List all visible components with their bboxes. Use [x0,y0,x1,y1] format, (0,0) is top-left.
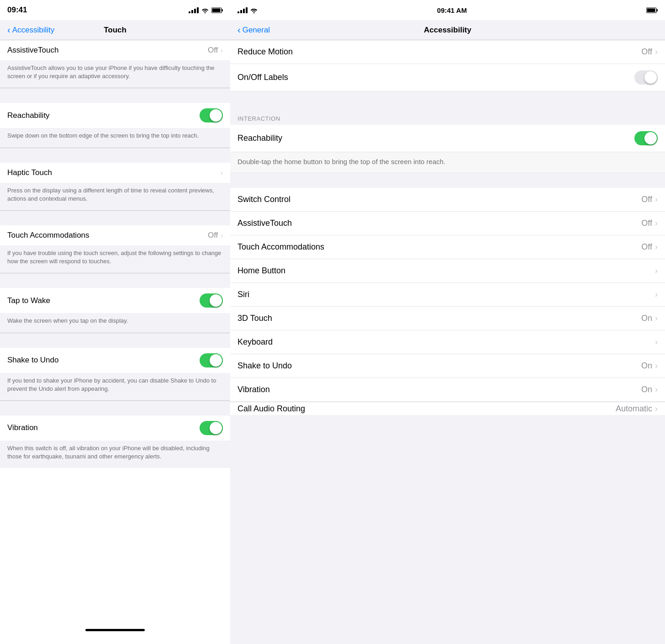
nav-bar-right: ‹ General Accessibility [230,20,665,40]
vibration-item[interactable]: Vibration [0,415,230,441]
right-panel: 09:41 AM ‹ General Accessibility Reduce … [230,0,665,644]
wifi-icon-right [250,7,258,13]
reduce-motion-right: Off › [641,47,658,57]
shake-to-undo-description: If you tend to shake your iPhone by acci… [0,373,230,401]
reduce-motion-value: Off [641,47,652,57]
touch-accommodations-right-right: Off › [641,242,658,252]
home-bar [85,629,145,631]
status-time-right: 09:41 AM [437,6,467,14]
back-button-left[interactable]: ‹ Accessibility [7,25,54,35]
keyboard-item[interactable]: Keyboard › [230,330,665,354]
touch-accommodations-group: Touch Accommodations Off › [0,225,230,245]
touch-accommodations-label: Touch Accommodations [7,231,90,240]
switch-control-label: Switch Control [238,195,290,204]
vibration-chevron-right: › [655,385,658,394]
signal-icon-right [238,7,248,13]
home-button-right: › [655,266,658,276]
nav-bar-left: ‹ Accessibility Touch [0,20,230,40]
shake-to-undo-item[interactable]: Shake to Undo [0,348,230,373]
reachability-label-right: Reachability [238,133,282,143]
vibration-group: Vibration [0,415,230,441]
section-divider-interaction [230,91,665,106]
shake-to-undo-group: Shake to Undo [0,348,230,373]
call-audio-routing-item[interactable]: Call Audio Routing Automatic › [230,402,665,415]
status-left-right [238,7,258,13]
home-button-label: Home Button [238,266,285,276]
haptic-touch-group: Haptic Touch › [0,163,230,183]
nav-title-right: Accessibility [424,26,471,35]
home-button-item[interactable]: Home Button › [230,259,665,283]
keyboard-right: › [655,337,658,347]
nav-title-left: Touch [104,26,127,35]
reduce-motion-label: Reduce Motion [238,47,293,57]
interaction-section-header: INTERACTION [230,106,665,125]
vibration-label: Vibration [7,423,38,432]
haptic-touch-description: Press on the display using a different l… [0,183,230,211]
chevron-left-icon-right: ‹ [238,25,241,35]
3d-touch-value: On [641,314,652,323]
divider-4 [0,273,230,288]
wifi-icon [201,7,209,13]
siri-item[interactable]: Siri › [230,283,665,307]
vibration-label-right: Vibration [238,385,270,394]
3d-touch-right: On › [641,314,658,323]
assistive-touch-group: AssistiveTouch Off › [0,40,230,60]
assistive-touch-label-right: AssistiveTouch [238,218,292,228]
back-button-right[interactable]: ‹ General [238,25,270,35]
switch-control-value: Off [641,195,652,204]
assistive-touch-description: AssistiveTouch allows you to use your iP… [0,60,230,88]
vibration-toggle[interactable] [200,421,223,435]
3d-touch-chevron: › [655,314,658,323]
assistive-touch-chevron-right: › [655,218,658,228]
vibration-item-right[interactable]: Vibration On › [230,378,665,402]
haptic-touch-item[interactable]: Haptic Touch › [0,163,230,183]
assistive-touch-chevron: › [221,47,223,54]
onoff-labels-toggle[interactable] [634,70,658,85]
status-icons-left [189,7,223,13]
shake-to-undo-chevron-right: › [655,361,658,371]
touch-accommodations-right: Off › [208,231,223,240]
haptic-touch-label: Haptic Touch [7,168,52,177]
reachability-desc-right: Double-tap the home button to bring the … [230,152,665,173]
touch-accommodations-value: Off [208,231,218,240]
back-label-left: Accessibility [12,26,55,35]
status-bar-left: 09:41 [0,0,230,20]
assistive-touch-right-right: Off › [641,218,658,228]
left-panel: 09:41 ‹ Accessibility [0,0,230,644]
reduce-motion-item[interactable]: Reduce Motion Off › [230,40,665,64]
battery-icon-right [646,7,658,13]
assistive-touch-label: AssistiveTouch [7,46,58,55]
touch-accommodations-item[interactable]: Touch Accommodations Off › [0,225,230,245]
reduce-motion-chevron: › [655,47,658,57]
assistive-touch-item-right[interactable]: AssistiveTouch Off › [230,212,665,235]
tap-to-wake-item[interactable]: Tap to Wake [0,288,230,313]
touch-accommodations-item-right[interactable]: Touch Accommodations Off › [230,235,665,259]
3d-touch-item[interactable]: 3D Touch On › [230,307,665,330]
reachability-item[interactable]: Reachability [0,103,230,128]
touch-accommodations-description: If you have trouble using the touch scre… [0,245,230,273]
tap-to-wake-group: Tap to Wake [0,288,230,313]
reachability-item-right[interactable]: Reachability [230,125,665,152]
status-time-left: 09:41 [7,5,27,15]
section-divider-2 [230,173,665,188]
vibration-description: When this switch is off, all vibration o… [0,441,230,468]
shake-to-undo-toggle[interactable] [200,353,223,367]
shake-to-undo-right-right: On › [641,361,658,371]
switch-control-chevron: › [655,195,658,204]
chevron-left-icon: ‹ [7,25,11,35]
switch-control-item[interactable]: Switch Control Off › [230,188,665,212]
onoff-labels-item[interactable]: On/Off Labels [230,64,665,91]
assistive-touch-item[interactable]: AssistiveTouch Off › [0,40,230,60]
touch-accommodations-label-right: Touch Accommodations [238,242,324,252]
tap-to-wake-toggle[interactable] [200,293,223,308]
shake-to-undo-item-right[interactable]: Shake to Undo On › [230,354,665,378]
svg-rect-3 [212,8,221,12]
assistive-touch-value-right: Off [641,218,652,228]
haptic-touch-right: › [221,169,223,176]
reachability-toggle[interactable] [200,108,223,122]
reachability-toggle-right[interactable] [634,131,658,145]
shake-to-undo-value-right: On [641,361,652,371]
status-bar-right: 09:41 AM [230,0,665,20]
shake-to-undo-label: Shake to Undo [7,356,58,365]
vibration-value-right: On [641,385,652,394]
